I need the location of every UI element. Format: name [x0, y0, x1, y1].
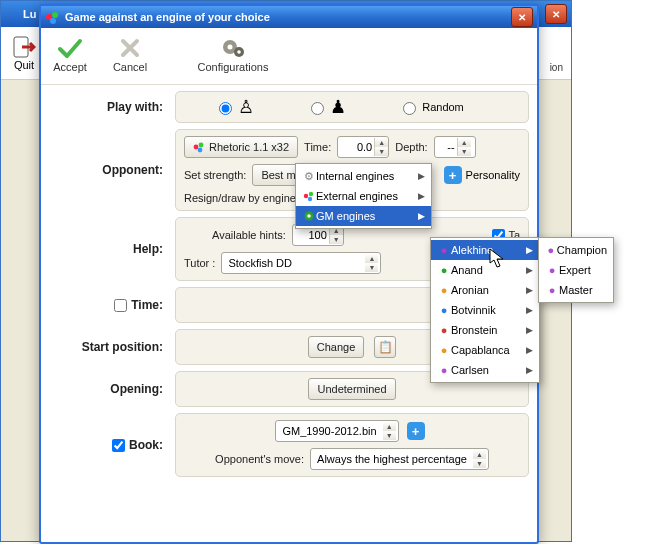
menu-gm-bronstein[interactable]: ●Bronstein▶	[431, 320, 539, 340]
svg-point-13	[308, 197, 312, 201]
time-label: Time:	[304, 141, 331, 153]
menu-gm-capablanca[interactable]: ●Capablanca▶	[431, 340, 539, 360]
play-random-radio[interactable]: Random	[398, 98, 464, 116]
gm-players-context-menu[interactable]: ●Alekhine▶●Anand▶●Aronian▶●Botvinnik▶●Br…	[430, 237, 540, 383]
svg-point-7	[237, 50, 241, 54]
add-book-button[interactable]: +	[407, 422, 425, 440]
exit-icon	[12, 35, 36, 59]
levels-context-menu[interactable]: ●Champion●Expert●Master	[538, 237, 614, 303]
cancel-button[interactable]: Cancel	[103, 30, 157, 80]
menu-gm-botvinnik[interactable]: ●Botvinnik▶	[431, 300, 539, 320]
bullet-icon: ●	[437, 264, 451, 276]
menu-gm-engines[interactable]: GM engines▶	[296, 206, 431, 226]
bg-quit-button[interactable]: Quit	[5, 35, 43, 71]
menu-level-expert[interactable]: ●Expert	[539, 260, 613, 280]
menu-gm-aronian[interactable]: ●Aronian▶	[431, 280, 539, 300]
start-position-label: Start position:	[49, 329, 169, 365]
accept-button[interactable]: Accept	[43, 30, 97, 80]
svg-point-2	[52, 12, 58, 18]
dialog-titlebar[interactable]: Game against an engine of your choice ✕	[41, 6, 537, 28]
opponent-label: Opponent:	[49, 129, 169, 211]
bullet-icon: ●	[437, 324, 451, 336]
set-strength-label: Set strength:	[184, 169, 246, 181]
dialog-toolbar: Accept Cancel Configurations	[41, 28, 537, 85]
svg-point-11	[304, 194, 308, 198]
svg-point-9	[199, 143, 204, 148]
svg-point-5	[228, 45, 233, 50]
app-icon	[193, 141, 205, 153]
engines-context-menu[interactable]: ⚙Internal engines▶ External engines▶ GM …	[295, 163, 432, 229]
bg-quit-label: Quit	[14, 59, 34, 71]
clipboard-icon: 📋	[378, 340, 393, 354]
svg-point-8	[194, 145, 199, 150]
opening-button[interactable]: Undetermined	[308, 378, 395, 400]
tutor-select[interactable]: Stockfish DD▲▼	[221, 252, 381, 274]
opening-label: Opening:	[49, 371, 169, 407]
paste-position-button[interactable]: 📋	[374, 336, 396, 358]
svg-point-12	[309, 192, 313, 196]
menu-external-engines[interactable]: External engines▶	[296, 186, 431, 206]
bullet-icon: ●	[437, 344, 451, 356]
book-file-select[interactable]: GM_1990-2012.bin▲▼	[275, 420, 398, 442]
svg-point-15	[307, 214, 311, 218]
play-with-section: ♙ ♟ Random	[175, 91, 529, 123]
dialog-title: Game against an engine of your choice	[65, 11, 270, 23]
play-white-radio[interactable]: ♙	[214, 98, 254, 116]
bullet-icon: ●	[545, 244, 557, 256]
depth-spinner[interactable]: ▲▼	[434, 136, 476, 158]
bg-title: Lu	[23, 8, 36, 20]
personality-label[interactable]: Personality	[466, 169, 520, 181]
gear-icon: ⚙	[302, 170, 316, 183]
app-icon	[303, 190, 315, 202]
play-black-radio[interactable]: ♟	[306, 98, 346, 116]
gm-icon	[302, 210, 316, 222]
bullet-icon: ●	[545, 264, 559, 276]
bg-ion-text: ion	[550, 62, 563, 73]
svg-point-10	[198, 148, 203, 153]
menu-level-master[interactable]: ●Master	[539, 280, 613, 300]
menu-gm-carlsen[interactable]: ●Carlsen▶	[431, 360, 539, 380]
white-pawn-icon: ♙	[238, 98, 254, 116]
black-pawn-icon: ♟	[330, 98, 346, 116]
menu-gm-alekhine[interactable]: ●Alekhine▶	[431, 240, 539, 260]
dialog-close-button[interactable]: ✕	[511, 7, 533, 27]
configurations-button[interactable]: Configurations	[191, 30, 275, 80]
tutor-label: Tutor :	[184, 257, 215, 269]
check-icon	[57, 37, 83, 59]
book-label-row[interactable]: Book:	[49, 413, 169, 477]
opp-move-select[interactable]: Always the highest percentage▲▼	[310, 448, 489, 470]
app-icon	[45, 10, 59, 24]
gears-icon	[220, 37, 246, 59]
bullet-icon: ●	[437, 364, 451, 376]
resign-draw-label: Resign/draw by engine	[184, 192, 296, 204]
engine-select-button[interactable]: Rhetoric 1.1 x32	[184, 136, 298, 158]
opp-move-label: Opponent's move:	[215, 453, 304, 465]
bullet-icon: ●	[437, 244, 451, 256]
hints-label: Available hints:	[212, 229, 286, 241]
bullet-icon: ●	[437, 304, 451, 316]
svg-point-3	[50, 18, 56, 24]
play-with-label: Play with:	[49, 91, 169, 123]
help-label: Help:	[49, 217, 169, 281]
plus-icon: +	[444, 166, 462, 184]
x-icon	[119, 37, 141, 59]
depth-label: Depth:	[395, 141, 427, 153]
change-position-button[interactable]: Change	[308, 336, 365, 358]
menu-level-champion[interactable]: ●Champion	[539, 240, 613, 260]
bullet-icon: ●	[545, 284, 559, 296]
bullet-icon: ●	[437, 284, 451, 296]
bg-close-button[interactable]: ✕	[545, 4, 567, 24]
menu-internal-engines[interactable]: ⚙Internal engines▶	[296, 166, 431, 186]
time-spinner[interactable]: ▲▼	[337, 136, 389, 158]
time-label-row[interactable]: Time:	[49, 287, 169, 323]
menu-gm-anand[interactable]: ●Anand▶	[431, 260, 539, 280]
book-section: GM_1990-2012.bin▲▼ + Opponent's move: Al…	[175, 413, 529, 477]
